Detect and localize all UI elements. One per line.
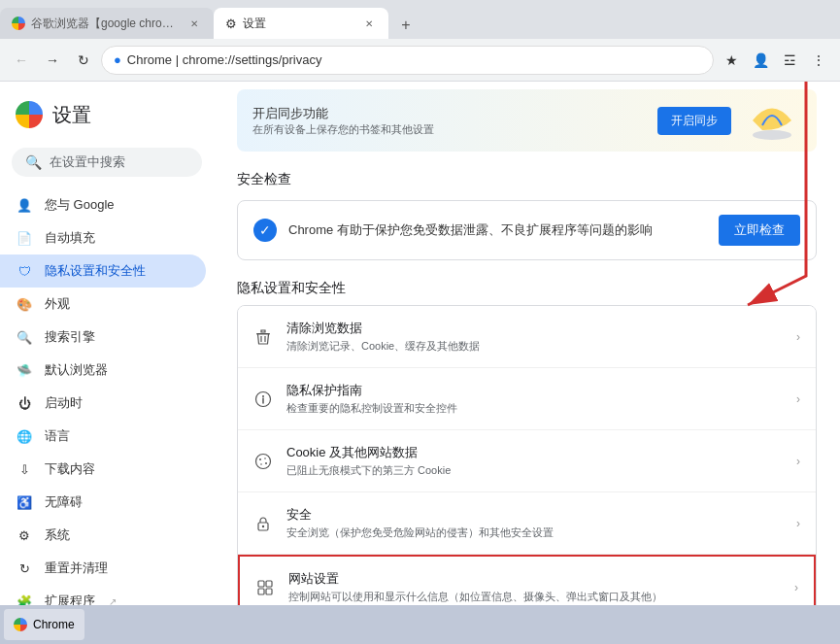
taskbar-chrome-button[interactable]: Chrome	[4, 609, 84, 640]
tab2-title: 设置	[243, 16, 355, 32]
clear-browsing-content: 清除浏览数据 清除浏览记录、Cookie、缓存及其他数据	[286, 320, 783, 354]
security-desc: 安全浏览（保护您免受危险网站的侵害）和其他安全设置	[286, 525, 783, 540]
sidebar-item-autofill[interactable]: 📄 自动填充	[0, 221, 206, 254]
site-settings-arrow-icon: ›	[794, 581, 798, 594]
tab-1[interactable]: 谷歌浏览器【google chrome】 ✕	[0, 8, 214, 39]
clear-browsing-title: 清除浏览数据	[286, 320, 783, 337]
sidebar-label-reset: 重置并清理	[45, 559, 108, 577]
sidebar-item-appearance[interactable]: 🎨 外观	[0, 288, 206, 321]
clear-browsing-arrow-icon: ›	[796, 330, 800, 344]
promo-title: 开启同步功能	[252, 105, 646, 122]
privacy-guide-arrow-icon: ›	[796, 392, 800, 406]
globe-icon: 🌐	[16, 427, 33, 445]
chrome-logo	[16, 101, 43, 128]
svg-point-7	[256, 454, 271, 468]
address-bar[interactable]: ● Chrome | chrome://settings/privacy	[101, 46, 714, 75]
svg-point-10	[265, 462, 267, 464]
reload-button[interactable]: ↻	[70, 47, 97, 74]
sidebar-label-appearance: 外观	[45, 295, 70, 313]
sidebar-item-search[interactable]: 🔍 搜索引擎	[0, 321, 206, 354]
page-content: 设置 🔍 在设置中搜索 👤 您与 Google 📄 自动填充 🛡 隐私设置和	[0, 82, 840, 605]
promo-button[interactable]: 开启同步	[657, 107, 731, 135]
new-tab-button[interactable]: +	[392, 12, 420, 39]
sidebar-item-reset[interactable]: ↻ 重置并清理	[0, 552, 206, 585]
search-placeholder: 在设置中搜索	[50, 153, 125, 171]
bookmarks-icon[interactable]: ★	[718, 47, 745, 74]
sidebar-item-google[interactable]: 👤 您与 Google	[0, 188, 206, 221]
sidebar-label-google: 您与 Google	[45, 196, 115, 214]
privacy-guide-title: 隐私保护指南	[286, 382, 783, 399]
shield-icon: 🛡	[16, 262, 33, 280]
person-icon: 👤	[16, 196, 33, 214]
site-settings-content: 网站设置 控制网站可以使用和显示什么信息（如位置信息、摄像头、弹出式窗口及其他）	[288, 570, 781, 604]
browser-icon: 🛸	[16, 361, 33, 379]
cookie-icon	[253, 452, 273, 471]
check-now-button[interactable]: 立即检查	[719, 215, 800, 246]
security-content: 安全 安全浏览（保护您免受危险网站的侵害）和其他安全设置	[286, 506, 783, 540]
sidebar-label-browser: 默认浏览器	[45, 361, 108, 379]
settings-item-privacy-guide[interactable]: 隐私保护指南 检查重要的隐私控制设置和安全控件 ›	[238, 368, 816, 430]
sidebar-item-accessibility[interactable]: ♿ 无障碍	[0, 486, 206, 519]
safety-shield-icon: ✓	[253, 219, 277, 242]
search-icon: 🔍	[25, 154, 42, 170]
sidebar-item-extensions[interactable]: 🧩 扩展程序 ↗	[0, 585, 206, 605]
tab2-close-icon[interactable]: ✕	[361, 16, 377, 31]
settings-item-cookies[interactable]: Cookie 及其他网站数据 已阻止无痕模式下的第三方 Cookie ›	[238, 430, 816, 492]
cookies-desc: 已阻止无痕模式下的第三方 Cookie	[286, 463, 783, 478]
promo-content: 开启同步功能 在所有设备上保存您的书签和其他设置	[252, 105, 646, 137]
download-icon: ⇩	[16, 460, 33, 478]
lock-icon	[253, 514, 273, 533]
accessibility-icon: ♿	[16, 493, 33, 511]
settings-item-site-settings[interactable]: 网站设置 控制网站可以使用和显示什么信息（如位置信息、摄像头、弹出式窗口及其他）…	[238, 555, 816, 605]
taskbar-chrome-label: Chrome	[33, 618, 75, 631]
settings-item-security[interactable]: 安全 安全浏览（保护您免受危险网站的侵害）和其他安全设置 ›	[238, 492, 816, 555]
grid-icon	[255, 578, 275, 597]
security-arrow-icon: ›	[796, 517, 800, 530]
settings-item-clear-browsing[interactable]: 清除浏览数据 清除浏览记录、Cookie、缓存及其他数据 ›	[238, 306, 816, 368]
sidebar-label-system: 系统	[45, 526, 70, 544]
tab2-settings-icon: ⚙	[225, 17, 237, 31]
sidebar-item-language[interactable]: 🌐 语言	[0, 420, 206, 453]
sidebar-item-privacy[interactable]: 🛡 隐私设置和安全性	[0, 254, 206, 288]
tab1-close-icon[interactable]: ✕	[186, 16, 202, 31]
taskbar: Chrome	[0, 605, 840, 644]
settings-icon: ⚙	[16, 526, 33, 544]
toolbar: ← → ↻ ● Chrome | chrome://settings/priva…	[0, 39, 840, 82]
svg-point-9	[264, 458, 266, 459]
search-box[interactable]: 🔍 在设置中搜索	[12, 148, 202, 177]
toolbar-actions: ★ 👤 ☲ ⋮	[718, 47, 832, 74]
url-display: Chrome | chrome://settings/privacy	[127, 52, 701, 67]
promo-desc: 在所有设备上保存您的书签和其他设置	[252, 122, 646, 137]
settings-list: 清除浏览数据 清除浏览记录、Cookie、缓存及其他数据 ›	[237, 305, 817, 605]
sidebar-label-autofill: 自动填充	[45, 229, 95, 247]
profile-icon[interactable]: 👤	[747, 47, 774, 74]
privacy-guide-icon	[253, 390, 273, 409]
sidebar-label-extensions: 扩展程序	[45, 593, 95, 605]
sidebar-item-system[interactable]: ⚙ 系统	[0, 519, 206, 552]
safety-check-card: ✓ Chrome 有助于保护您免受数据泄露、不良扩展程序等问题的影响 立即检查	[237, 200, 817, 260]
trash-icon	[253, 327, 273, 347]
sidebar-label-search: 搜索引擎	[45, 328, 95, 346]
tab-2[interactable]: ⚙ 设置 ✕	[214, 8, 388, 39]
sidebar-item-downloads[interactable]: ⇩ 下载内容	[0, 453, 206, 486]
sidebar-label-privacy: 隐私设置和安全性	[45, 262, 146, 280]
svg-point-11	[260, 463, 262, 465]
menu-icon[interactable]: ⋮	[805, 47, 832, 74]
svg-rect-16	[258, 589, 264, 594]
clear-browsing-desc: 清除浏览记录、Cookie、缓存及其他数据	[286, 339, 783, 354]
sidebar-label-language: 语言	[45, 427, 70, 445]
svg-point-5	[262, 395, 264, 397]
palette-icon: 🎨	[16, 295, 33, 313]
svg-rect-15	[266, 581, 272, 587]
power-icon: ⏻	[16, 394, 33, 412]
sidebar-item-startup[interactable]: ⏻ 启动时	[0, 387, 206, 420]
cookies-content: Cookie 及其他网站数据 已阻止无痕模式下的第三方 Cookie	[286, 444, 783, 478]
forward-button[interactable]: →	[39, 47, 66, 74]
privacy-guide-content: 隐私保护指南 检查重要的隐私控制设置和安全控件	[286, 382, 783, 416]
security-title: 安全	[286, 506, 783, 524]
taskbar-chrome-icon	[14, 618, 27, 631]
sidebar-item-default-browser[interactable]: 🛸 默认浏览器	[0, 354, 206, 387]
extensions-icon[interactable]: ☲	[776, 47, 803, 74]
back-button[interactable]: ←	[8, 47, 35, 74]
settings-title: 设置	[52, 102, 91, 128]
